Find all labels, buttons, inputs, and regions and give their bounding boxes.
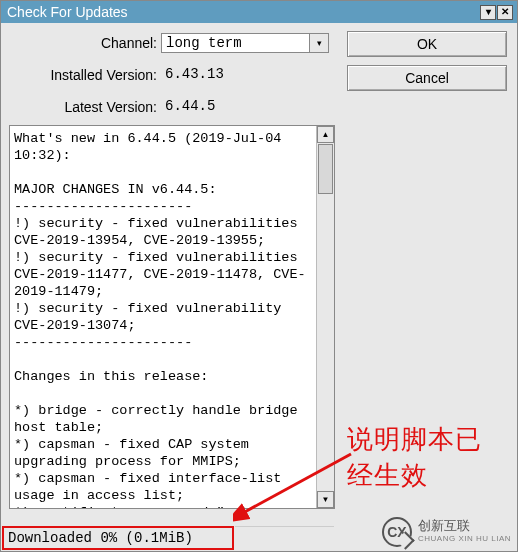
changelog-panel: What's new in 6.44.5 (2019-Jul-04 10:32)… [9, 125, 335, 509]
latest-row: Latest Version: 6.44.5 [11, 95, 507, 119]
chevron-down-icon[interactable]: ▾ [309, 33, 329, 53]
window-controls: ▾ ✕ [480, 5, 513, 20]
cancel-button[interactable]: Cancel [347, 65, 507, 91]
watermark-text: 创新互联 CHUANG XIN HU LIAN [418, 519, 511, 545]
status-bar: Downloaded 0% (0.1MiB) [2, 526, 234, 550]
scroll-up-icon[interactable]: ▲ [317, 126, 334, 143]
close-icon[interactable]: ✕ [497, 5, 513, 20]
channel-label: Channel: [11, 35, 161, 51]
channel-value[interactable]: long term [161, 33, 309, 53]
scroll-thumb[interactable] [318, 144, 333, 194]
download-status-text: Downloaded 0% (0.1MiB) [8, 530, 193, 546]
watermark-en: CHUANG XIN HU LIAN [418, 532, 511, 545]
latest-value: 6.44.5 [161, 97, 325, 117]
button-column: OK Cancel [347, 31, 507, 91]
ok-button[interactable]: OK [347, 31, 507, 57]
update-dialog: Check For Updates ▾ ✕ Channel: long term… [0, 0, 518, 552]
changelog-text[interactable]: What's new in 6.44.5 (2019-Jul-04 10:32)… [10, 126, 316, 508]
minimize-icon[interactable]: ▾ [480, 5, 496, 20]
watermark: CX 创新互联 CHUANG XIN HU LIAN [382, 517, 511, 547]
channel-select[interactable]: long term ▾ [161, 33, 329, 53]
watermark-logo-icon: CX [382, 517, 412, 547]
installed-label: Installed Version: [11, 67, 161, 83]
status-divider [235, 526, 334, 550]
titlebar: Check For Updates ▾ ✕ [1, 1, 517, 23]
annotation-text: 说明脚本已经生效 [347, 421, 507, 493]
latest-label: Latest Version: [11, 99, 161, 115]
installed-value: 6.43.13 [161, 65, 325, 85]
window-title: Check For Updates [5, 1, 128, 23]
scrollbar[interactable]: ▲ ▼ [316, 126, 334, 508]
watermark-cn: 创新互联 [418, 519, 511, 532]
scroll-down-icon[interactable]: ▼ [317, 491, 334, 508]
